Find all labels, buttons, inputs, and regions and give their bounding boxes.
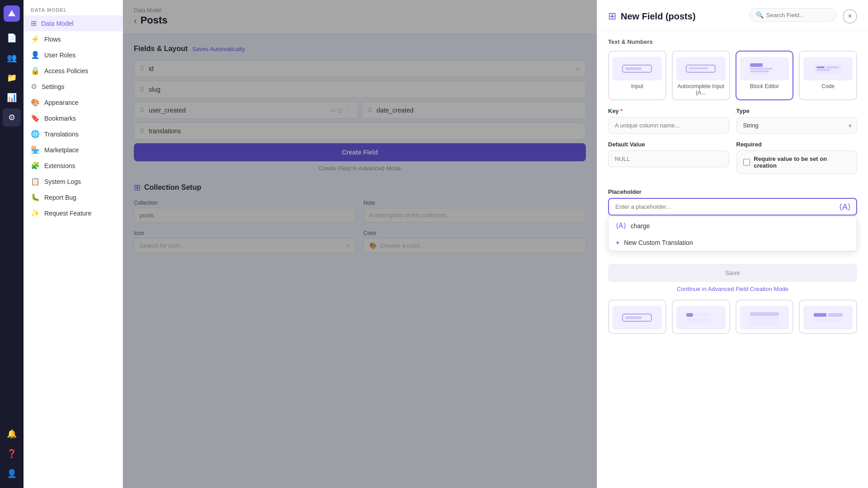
svg-rect-7 xyxy=(750,68,773,70)
key-group: Key * xyxy=(608,108,729,134)
svg-rect-21 xyxy=(750,317,779,320)
svg-rect-20 xyxy=(750,312,779,316)
translations-icon: 🌐 xyxy=(31,130,40,138)
appearance-icon: 🎨 xyxy=(31,98,40,107)
sidebar-item-request-feature[interactable]: ✨ Request Feature xyxy=(24,205,123,221)
nav-insights[interactable]: 📊 xyxy=(3,89,21,107)
sidebar-item-bookmarks[interactable]: 🔖 Bookmarks xyxy=(24,110,123,126)
add-icon: + xyxy=(616,239,619,246)
dropdown-item-charge[interactable]: ⟨A⟩ charge xyxy=(609,217,857,235)
section-label: Text & Numbers xyxy=(608,38,857,45)
field-type-block-editor[interactable]: Block Editor xyxy=(736,51,794,100)
sidebar-item-label-extensions: Extensions xyxy=(44,162,75,169)
modal-overlay[interactable] xyxy=(123,0,597,488)
field-types-section: Text & Numbers Input xyxy=(597,31,868,108)
svg-rect-15 xyxy=(625,316,642,319)
settings-icon: ⚙ xyxy=(31,82,37,91)
sidebar-item-label-flows: Flows xyxy=(44,36,61,43)
sidebar-item-marketplace[interactable]: 🏪 Marketplace xyxy=(24,142,123,158)
close-button[interactable]: × xyxy=(843,9,857,23)
required-checkbox-wrapper: Require value to be set on creation xyxy=(736,150,858,174)
search-icon: 🔍 xyxy=(756,11,764,19)
default-value-label: Default Value xyxy=(608,141,729,148)
svg-rect-11 xyxy=(816,66,825,68)
sidebar-item-flows[interactable]: ⚡ Flows xyxy=(24,31,123,47)
autocomplete-thumbnail xyxy=(676,57,726,80)
advanced-field-link[interactable]: Continue in Advanced Field Creation Mode xyxy=(608,286,857,292)
search-input[interactable] xyxy=(766,12,830,19)
nav-users[interactable]: 👥 xyxy=(3,49,21,67)
sidebar-item-label-marketplace: Marketplace xyxy=(44,146,79,154)
svg-rect-6 xyxy=(750,63,763,67)
translate-item-icon: ⟨A⟩ xyxy=(616,221,626,230)
save-button[interactable]: Save xyxy=(608,264,857,282)
required-checkbox-label[interactable]: Require value to be set on creation xyxy=(754,155,850,169)
field-type-label-code: Code xyxy=(821,83,835,89)
nav-files[interactable]: 📁 xyxy=(3,69,21,87)
sidebar-item-label-request-feature: Request Feature xyxy=(44,210,91,217)
sidebar-item-user-roles[interactable]: 👤 User Roles xyxy=(24,47,123,63)
type-select[interactable]: String Integer Float Boolean Date DateTi… xyxy=(736,117,858,134)
key-input[interactable] xyxy=(608,117,729,134)
field-type-bottom-1[interactable] xyxy=(608,300,666,334)
translate-icon[interactable]: ⟨A⟩ xyxy=(839,202,851,212)
marketplace-icon: 🏪 xyxy=(31,145,40,154)
report-bug-icon: 🐛 xyxy=(31,193,40,202)
field-type-bottom-2[interactable] xyxy=(672,300,730,334)
sidebar-item-system-logs[interactable]: 📋 System Logs xyxy=(24,174,123,189)
panel-footer: Save Continue in Advanced Field Creation… xyxy=(597,258,868,300)
required-checkbox[interactable] xyxy=(743,159,750,166)
svg-rect-4 xyxy=(689,67,708,69)
panel-form: Key * Type String Integer Float Boolean … xyxy=(597,108,868,188)
sidebar-item-report-bug[interactable]: 🐛 Report Bug xyxy=(24,189,123,205)
sidebar-item-data-model[interactable]: ⊞ Data Model xyxy=(24,15,123,31)
bottom-field-grid xyxy=(608,300,857,334)
svg-rect-9 xyxy=(750,73,766,75)
default-required-row: Default Value Required Require value to … xyxy=(608,141,857,174)
panel-title-group: ⊞ New Field (posts) xyxy=(608,10,696,22)
nav-help[interactable]: ❓ xyxy=(3,445,21,463)
svg-rect-10 xyxy=(814,64,843,73)
main-content: Data Model ‹ Posts Fields & Layout Saves… xyxy=(123,0,597,488)
nav-content[interactable]: 📄 xyxy=(3,29,21,47)
sidebar: Data Model ⊞ Data Model ⚡ Flows 👤 User R… xyxy=(24,0,123,488)
nav-notifications[interactable]: 🔔 xyxy=(3,425,21,443)
svg-marker-0 xyxy=(8,10,15,16)
request-feature-icon: ✨ xyxy=(31,209,40,217)
type-label: Type xyxy=(736,108,858,114)
placeholder-input[interactable] xyxy=(609,199,856,215)
default-value-input[interactable] xyxy=(608,150,729,167)
sidebar-item-appearance[interactable]: 🎨 Appearance xyxy=(24,94,123,110)
sidebar-item-extensions[interactable]: 🧩 Extensions xyxy=(24,158,123,174)
svg-rect-17 xyxy=(694,313,701,317)
sidebar-item-translations[interactable]: 🌐 Translations xyxy=(24,126,123,142)
panel-field-icon: ⊞ xyxy=(608,10,616,22)
required-group: Required Require value to be set on crea… xyxy=(736,141,858,174)
nav-settings[interactable]: ⚙ xyxy=(3,108,21,127)
svg-rect-19 xyxy=(686,319,712,323)
bottom-thumb-3 xyxy=(740,306,789,329)
field-type-input[interactable]: Input xyxy=(608,51,666,100)
svg-rect-18 xyxy=(703,313,709,317)
key-label: Key * xyxy=(608,108,729,114)
field-type-autocomplete[interactable]: Autocomplete Input (A... xyxy=(672,51,730,100)
field-type-bottom-4[interactable] xyxy=(799,300,857,334)
dropdown-item-charge-label: charge xyxy=(631,222,650,230)
nav-profile[interactable]: 👤 xyxy=(3,465,21,483)
field-type-code[interactable]: Code xyxy=(799,51,857,100)
svg-rect-12 xyxy=(826,66,839,68)
placeholder-section: Placeholder ⟨A⟩ ⟨A⟩ charge + New Custom … xyxy=(597,188,868,258)
input-thumbnail xyxy=(613,57,662,80)
sidebar-item-label-appearance: Appearance xyxy=(44,99,79,106)
app-logo[interactable] xyxy=(4,5,20,22)
field-type-bottom-3[interactable] xyxy=(736,300,794,334)
icon-bar: 📄 👥 📁 📊 ⚙ 🔔 ❓ 👤 xyxy=(0,0,24,488)
svg-rect-22 xyxy=(750,321,779,325)
sidebar-item-settings[interactable]: ⚙ Settings xyxy=(24,79,123,94)
svg-rect-8 xyxy=(750,70,769,72)
sidebar-item-access-policies[interactable]: 🔒 Access Policies xyxy=(24,63,123,79)
bottom-thumb-2 xyxy=(676,306,726,329)
sidebar-item-label-settings: Settings xyxy=(42,83,65,90)
field-search-box: 🔍 xyxy=(749,8,836,22)
dropdown-item-new-custom[interactable]: + New Custom Translation xyxy=(609,235,857,251)
